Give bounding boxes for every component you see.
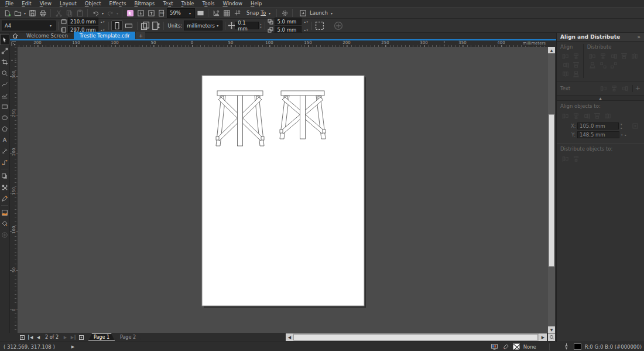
menu-bitmaps[interactable]: Bitmaps — [130, 0, 159, 7]
options-gear-icon[interactable] — [279, 8, 290, 18]
page-drawing[interactable] — [18, 47, 548, 333]
text-first-line-baseline-icon[interactable] — [598, 84, 609, 93]
align-right-icon[interactable] — [560, 60, 571, 69]
color-proof-icon[interactable] — [491, 343, 498, 350]
document-tab-trestle-template-cdr[interactable]: Trestle Template.cdr — [74, 32, 136, 39]
coordinates-expand-icon[interactable]: ▶ — [55, 345, 74, 349]
add-page-after-icon[interactable] — [78, 333, 85, 341]
connector-tool-icon[interactable] — [0, 156, 9, 168]
trestle-drawing-1[interactable] — [238, 92, 243, 146]
units-select[interactable]: millimeters ▾ — [184, 21, 222, 30]
extent-of-page-icon[interactable] — [571, 154, 581, 163]
distribute-left-icon[interactable] — [587, 52, 598, 60]
nudge-spinner[interactable]: ▴▾ — [259, 23, 262, 29]
menu-object[interactable]: Object — [81, 0, 105, 7]
active-objects-icon[interactable] — [560, 111, 571, 120]
first-page-button[interactable]: ┃◀ — [26, 333, 34, 341]
outline-color-swatch[interactable] — [574, 343, 581, 350]
vertical-ruler[interactable]: 300250200150100500 — [10, 47, 18, 333]
page-size-preset-select[interactable]: A4 ▾ — [2, 21, 56, 30]
extent-of-selection-icon[interactable] — [560, 154, 571, 163]
document-navigator-icon[interactable] — [548, 333, 555, 341]
portrait-button[interactable] — [111, 21, 123, 31]
horizontal-scroll-thumb[interactable] — [293, 334, 538, 340]
all-pages-button[interactable] — [140, 21, 150, 31]
page[interactable] — [202, 76, 364, 306]
print-icon[interactable] — [37, 8, 48, 18]
horizontal-ruler[interactable]: millimeters20015010050050100150200250300… — [18, 40, 548, 47]
fill-color-icon[interactable] — [502, 343, 509, 350]
undo-icon[interactable] — [90, 8, 101, 18]
open-folder-icon[interactable] — [12, 8, 23, 18]
artistic-media-tool-icon[interactable] — [0, 90, 9, 101]
paste-icon[interactable] — [74, 8, 85, 18]
chevron-down-icon[interactable]: ▾ — [23, 11, 27, 15]
menu-file[interactable]: File — [1, 0, 18, 7]
polygon-tool-icon[interactable] — [0, 123, 9, 134]
trestle-drawing-1[interactable] — [217, 91, 263, 96]
landscape-button[interactable] — [123, 21, 135, 31]
horizontal-scrollbar[interactable]: ◀ ▶ — [286, 333, 547, 341]
duplicate-y-spinner[interactable]: ▴ ▾ — [303, 28, 309, 32]
launch-button[interactable]: Launch▾ — [295, 8, 336, 18]
drawing-canvas[interactable] — [18, 47, 548, 333]
add-tool-tool-icon[interactable] — [0, 229, 9, 240]
align-x-spinner[interactable]: ▾ ▴ — [621, 122, 626, 130]
fill-none-swatch[interactable] — [513, 343, 520, 350]
copy-icon[interactable] — [64, 8, 74, 18]
zoom-tool-icon[interactable] — [0, 67, 9, 79]
duplicate-distance-x-field[interactable]: 5.0 mm — [275, 18, 302, 25]
scroll-up-icon[interactable]: ▲ — [548, 47, 555, 53]
page-width-field[interactable]: 210.0 mm — [68, 18, 98, 25]
menu-text[interactable]: Text — [159, 0, 177, 7]
page-tab-page-1[interactable]: Page 1 — [88, 333, 115, 341]
outline-pen-icon[interactable] — [563, 343, 570, 350]
menu-table[interactable]: Table — [177, 0, 198, 7]
page-width-spinner[interactable]: ▴ ▾ — [100, 20, 106, 23]
trestle-drawing-2[interactable] — [323, 130, 326, 133]
redo-icon[interactable] — [105, 8, 115, 18]
chevron-down-icon[interactable]: ▾ — [101, 11, 105, 15]
trestle-drawing-2[interactable] — [281, 91, 324, 96]
text-bounding-box-icon[interactable] — [619, 84, 630, 93]
trestle-drawing-1[interactable] — [261, 137, 264, 140]
scroll-down-icon[interactable]: ▼ — [548, 326, 555, 333]
menu-help[interactable]: Help — [246, 0, 266, 7]
smart-fill-tool-icon[interactable] — [0, 218, 9, 229]
ellipse-tool-icon[interactable] — [0, 112, 9, 123]
align-x-field[interactable]: 105.0 mm — [577, 122, 619, 130]
menu-layout[interactable]: Layout — [56, 0, 81, 7]
vertical-scrollbar[interactable]: ▲ ▼ — [548, 47, 555, 333]
parallel-dimension-tool-icon[interactable] — [0, 145, 9, 156]
distribute-right-icon[interactable] — [619, 52, 629, 60]
document-tab-welcome-screen[interactable]: Welcome Screen — [20, 32, 74, 39]
color-eyedropper-tool-icon[interactable] — [0, 193, 9, 204]
docker-menu-icon[interactable]: » — [637, 34, 640, 40]
specified-point-icon[interactable] — [602, 111, 613, 120]
distribute-top-icon[interactable] — [629, 52, 640, 60]
current-page-button[interactable] — [150, 21, 161, 31]
grid-icon[interactable] — [592, 111, 602, 120]
align-center-horizontal-icon[interactable] — [571, 52, 581, 60]
trestle-drawing-2[interactable] — [280, 130, 283, 133]
new-document-icon[interactable] — [2, 8, 12, 18]
treat-as-filled-button[interactable] — [314, 21, 325, 31]
duplicate-x-spinner[interactable]: ▴ ▾ — [303, 20, 309, 23]
home-icon[interactable] — [10, 32, 20, 39]
align-y-spinner[interactable]: ▾ ▴ — [621, 133, 627, 137]
export-icon[interactable] — [146, 8, 156, 18]
specify-point-icon[interactable] — [630, 121, 640, 130]
fullscreen-preview-icon[interactable] — [195, 8, 205, 18]
distribute-bottom-icon[interactable] — [608, 60, 619, 69]
menu-view[interactable]: View — [36, 0, 56, 7]
new-document-tab-icon[interactable]: + — [136, 32, 145, 39]
vertical-scroll-thumb[interactable] — [549, 114, 554, 267]
search-content-icon[interactable] — [125, 8, 135, 18]
chevron-down-icon[interactable]: ▾ — [115, 11, 119, 15]
drop-shadow-tool-icon[interactable] — [0, 171, 9, 182]
align-y-field[interactable]: 148.5 mm — [577, 131, 619, 138]
shape-tool-icon[interactable] — [0, 45, 9, 56]
crop-tool-icon[interactable] — [0, 56, 9, 67]
scroll-right-icon[interactable]: ▶ — [539, 333, 547, 341]
previous-page-button[interactable]: ◀ — [35, 333, 42, 341]
